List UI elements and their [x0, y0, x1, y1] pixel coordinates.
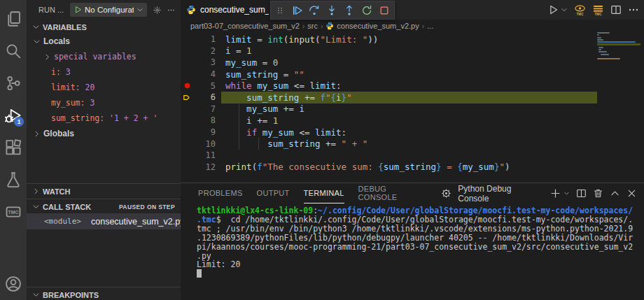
code-line-5[interactable]: 5while my_sum <= limit:: [181, 80, 597, 92]
panel-tab-debug-console[interactable]: DEBUG CONSOLE: [358, 183, 428, 203]
frame-file: consecutive_sum_v2.py: [91, 217, 184, 227]
breakpoint-gutter[interactable]: [181, 69, 193, 80]
editor-group: consecutive_sum_v2.py TMC TMC part03-07_…: [181, 0, 644, 183]
activity-tmc-icon[interactable]: TMC: [0, 196, 27, 228]
breakpoint-gutter[interactable]: [181, 80, 193, 92]
more-editor-actions-icon[interactable]: [628, 4, 639, 15]
terminal-dropdown-chevron-icon[interactable]: [564, 190, 570, 197]
code-line-3[interactable]: 3my_sum = 0: [181, 57, 597, 69]
tmc-menu-icon[interactable]: TMC: [592, 4, 604, 16]
chevron-down-icon: [32, 203, 40, 210]
breakpoint-gutter[interactable]: [181, 162, 193, 173]
variables-scope-locals[interactable]: Locals: [27, 34, 181, 49]
breakpoint-gutter[interactable]: [181, 138, 193, 150]
minimap-line: [597, 34, 599, 36]
breakpoint-gutter[interactable]: [181, 115, 193, 127]
code-line-11[interactable]: 11: [181, 150, 597, 162]
more-actions-icon[interactable]: [167, 5, 175, 15]
run-dropdown-chevron-icon[interactable]: [561, 6, 568, 13]
variables-section-header[interactable]: VARIABLES: [27, 20, 181, 34]
sidebar-header: RUN ... No Configurations: [27, 0, 181, 20]
call-stack-section-header[interactable]: CALL STACK PAUSED ON STEP: [27, 199, 181, 214]
activity-run-and-debug-icon[interactable]: 1: [0, 99, 27, 131]
breakpoint-gutter[interactable]: [181, 45, 193, 57]
activity-account-icon[interactable]: [0, 268, 27, 300]
kill-terminal-icon[interactable]: [593, 188, 603, 199]
activity-explorer-icon[interactable]: [0, 3, 27, 35]
split-terminal-icon[interactable]: [576, 188, 587, 199]
close-panel-icon[interactable]: [626, 188, 637, 199]
svg-text:TMC: TMC: [8, 210, 19, 215]
terminal-instance-label[interactable]: Python Debug Console: [458, 184, 544, 203]
code-line-6[interactable]: 6 sum_string += f"{i}": [181, 92, 597, 103]
breakpoint-gutter[interactable]: [181, 150, 193, 162]
breakpoints-section-header[interactable]: BREAKPOINTS: [27, 287, 181, 300]
activity-testing-icon[interactable]: [0, 164, 27, 196]
breadcrumb-separator: ›: [422, 22, 424, 30]
step-into-button[interactable]: [326, 5, 337, 16]
chevron-down-icon: [136, 6, 144, 13]
panel-actions: Python Debug Console: [441, 184, 637, 203]
watch-section-header[interactable]: WATCH: [27, 183, 181, 199]
code-editor[interactable]: 1limit = int(input("Limit: "))2i = 13my_…: [181, 34, 597, 183]
code-line-4[interactable]: 4sum_string = "": [181, 69, 597, 80]
code-line-8[interactable]: 8 i += 1: [181, 115, 597, 127]
activity-search-icon[interactable]: [0, 35, 27, 67]
maximize-panel-icon[interactable]: [610, 188, 620, 199]
breakpoint-gutter[interactable]: [181, 103, 193, 115]
settings-gear-icon[interactable]: [153, 5, 161, 15]
tab-consecutive-sum-v2[interactable]: consecutive_sum_v2.py: [181, 0, 284, 20]
code-line-2[interactable]: 2i = 1: [181, 45, 597, 57]
code-line-7[interactable]: 7 my_sum += i: [181, 103, 597, 115]
breadcrumb-separator: ›: [302, 22, 304, 30]
minimap-line: [601, 54, 609, 55]
continue-button[interactable]: [291, 5, 302, 16]
stop-button[interactable]: [379, 5, 390, 16]
breadcrumb-item[interactable]: consecutive_sum_v2.py: [337, 22, 419, 30]
run-python-file-icon[interactable]: [547, 4, 559, 15]
breakpoint-gutter[interactable]: [181, 34, 193, 45]
debug-config-dropdown[interactable]: No Configurations: [70, 3, 147, 17]
panel-tab-terminal[interactable]: TERMINAL: [304, 183, 344, 203]
breadcrumb-item[interactable]: src: [307, 22, 318, 30]
breadcrumb-item[interactable]: part03-07_consecutive_sum_v2: [190, 22, 300, 30]
step-over-button[interactable]: [309, 5, 320, 16]
breakpoint-gutter[interactable]: [181, 57, 193, 69]
minimap[interactable]: [594, 32, 644, 183]
panel-tab-problems[interactable]: PROBLEMS: [198, 183, 243, 203]
activity-extensions-icon[interactable]: [0, 131, 27, 164]
variable-limit[interactable]: limit: 20: [27, 80, 181, 95]
minimap-line: [597, 43, 640, 45]
variable-my_sum[interactable]: my_sum: 3: [27, 95, 181, 110]
minimap-line: [598, 51, 607, 52]
activity-source-control-icon[interactable]: [0, 67, 27, 99]
breadcrumb-separator: ›: [321, 22, 323, 30]
variable-sum_string[interactable]: sum_string: '1 + 2 + ': [27, 110, 181, 126]
toolbar-drag-grip[interactable]: [275, 6, 285, 15]
vscode-window: 1TMC RUN ... No Configurations VARIABLES…: [0, 0, 644, 300]
python-file-icon: [186, 5, 196, 15]
variables-special-group[interactable]: special variables: [27, 49, 181, 64]
terminal-output[interactable]: tktlinkki@lx4-cs-link-09:~/.config/Code/…: [197, 206, 643, 300]
minimap-line: [598, 47, 603, 48]
variables-scope-globals[interactable]: Globals: [27, 126, 181, 141]
breakpoint-gutter[interactable]: [181, 127, 193, 138]
editor-actions: TMC TMC: [547, 0, 644, 20]
step-out-button[interactable]: [344, 5, 355, 16]
code-line-9[interactable]: 9 if my_sum <= limit:: [181, 127, 597, 138]
breakpoint-gutter[interactable]: [181, 92, 193, 103]
code-line-12[interactable]: 12print(f"The consecutive sum: {sum_stri…: [181, 162, 597, 173]
variable-i[interactable]: i: 3: [27, 64, 181, 80]
panel-tabs: PROBLEMSOUTPUTTERMINALDEBUG CONSOLE: [198, 183, 441, 203]
new-terminal-icon[interactable]: [550, 188, 561, 199]
chevron-down-icon: [33, 38, 41, 45]
panel-tab-output[interactable]: OUTPUT: [257, 183, 290, 203]
run-debug-sidebar: RUN ... No Configurations VARIABLES Loca…: [27, 0, 181, 300]
call-stack-frame[interactable]: <module> consecutive_sum_v2.py: [27, 213, 181, 229]
split-editor-icon[interactable]: [610, 4, 622, 15]
restart-button[interactable]: [361, 5, 372, 16]
code-line-10[interactable]: 10 sum_string += " + ": [181, 138, 597, 150]
code-line-1[interactable]: 1limit = int(input("Limit: ")): [181, 34, 597, 45]
breadcrumb-item[interactable]: ...: [427, 22, 433, 30]
tmc-show-exercise-icon[interactable]: TMC: [574, 4, 586, 16]
